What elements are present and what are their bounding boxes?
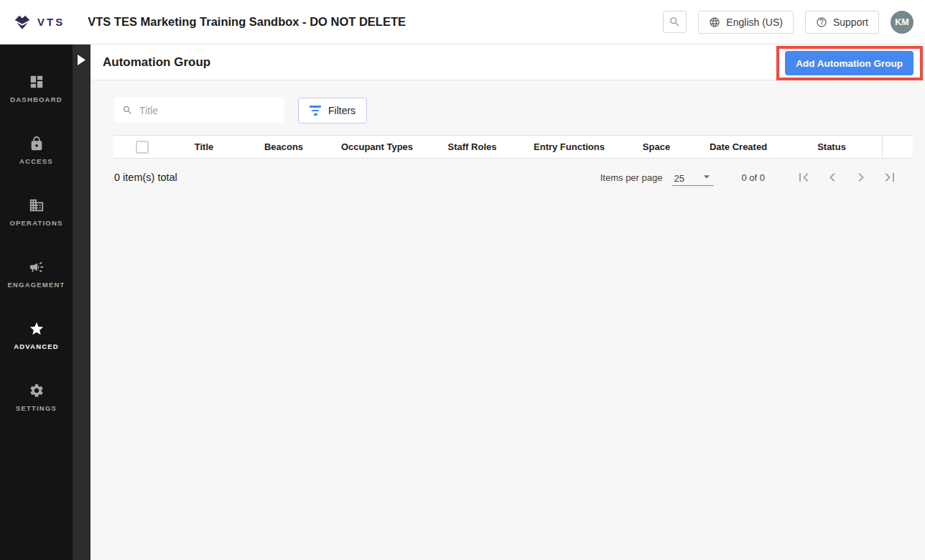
chevron-right-icon: [852, 169, 870, 186]
sidebar-item-advanced[interactable]: ADVANCED: [0, 304, 73, 366]
sidebar-item-label: DASHBOARD: [10, 95, 62, 103]
last-page-icon: [881, 169, 898, 186]
column-header-entry-functions[interactable]: Entry Functions: [521, 136, 618, 158]
user-avatar[interactable]: KM: [891, 11, 914, 34]
add-automation-group-button[interactable]: Add Automation Group: [785, 51, 914, 75]
first-page-button[interactable]: [795, 169, 812, 186]
chevron-down-icon: [699, 169, 714, 184]
sidebar-item-label: SETTINGS: [16, 404, 57, 412]
filter-toolbar: Filters: [114, 98, 902, 123]
page-header: Automation Group Add Automation Group: [90, 45, 925, 80]
items-per-page-label: Items per page: [600, 172, 663, 183]
global-search-button[interactable]: [663, 11, 687, 33]
search-icon: [669, 16, 681, 28]
topbar: VTS VTS TES Marketing Training Sandbox -…: [0, 0, 925, 45]
table-header-row: Title Beacons Occupant Types Staff Roles…: [113, 135, 913, 159]
building-icon: [29, 197, 45, 213]
support-button[interactable]: Support: [805, 11, 879, 34]
language-label: English (US): [726, 17, 783, 28]
column-header-space[interactable]: Space: [618, 136, 695, 158]
page-range-label: 0 of 0: [741, 172, 765, 183]
title-search-input[interactable]: [139, 105, 276, 116]
table-header-checkbox-cell: [113, 136, 171, 158]
column-header-beacons[interactable]: Beacons: [237, 136, 330, 158]
pagination: Items per page 25 0 of 0: [600, 169, 898, 186]
vts-logo-icon: [13, 13, 32, 32]
column-header-staff-roles[interactable]: Staff Roles: [424, 136, 521, 158]
sidebar-item-label: ENGAGEMENT: [7, 281, 65, 289]
gear-icon: [29, 383, 45, 398]
table-footer: 0 item(s) total Items per page 25 0 of 0: [114, 159, 898, 196]
dashboard-icon: [29, 74, 45, 90]
next-page-button[interactable]: [852, 169, 870, 186]
sidebar-item-operations[interactable]: OPERATIONS: [0, 181, 73, 243]
filter-funnel-icon: [310, 106, 321, 116]
vts-logo[interactable]: VTS: [13, 13, 65, 32]
topbar-actions: English (US) Support KM: [663, 11, 914, 34]
column-header-status[interactable]: Status: [781, 136, 882, 158]
sidebar-item-dashboard[interactable]: DASHBOARD: [0, 57, 73, 119]
filters-label: Filters: [328, 105, 355, 116]
sidebar-item-label: OPERATIONS: [9, 219, 62, 227]
sidebar-item-label: ADVANCED: [14, 342, 59, 350]
vts-logo-text: VTS: [37, 16, 65, 28]
globe-icon: [709, 17, 720, 28]
sidebar: DASHBOARD ACCESS OPERATIONS ENGAGEMENT A…: [0, 45, 73, 560]
title-search-box: [114, 98, 284, 123]
first-page-icon: [795, 169, 812, 186]
page-size-select[interactable]: 25: [672, 169, 714, 186]
expand-sidebar-button[interactable]: [73, 50, 90, 69]
annotation-highlight-box: Add Automation Group: [776, 46, 923, 80]
workspace-title: VTS TES Marketing Training Sandbox - DO …: [88, 15, 406, 29]
search-icon: [122, 104, 133, 116]
chevron-left-icon: [824, 169, 841, 186]
previous-page-button[interactable]: [824, 169, 841, 186]
help-icon: [816, 17, 827, 28]
sidebar-item-label: ACCESS: [19, 157, 53, 165]
page-size-value: 25: [674, 173, 684, 184]
column-header-actions: [882, 136, 913, 158]
column-header-title[interactable]: Title: [171, 136, 237, 158]
filters-button[interactable]: Filters: [298, 98, 367, 123]
sidebar-item-settings[interactable]: SETTINGS: [0, 366, 73, 428]
expand-arrow-icon: [78, 55, 85, 65]
sidebar-item-engagement[interactable]: ENGAGEMENT: [0, 243, 73, 304]
megaphone-icon: [29, 259, 45, 275]
page-title: Automation Group: [103, 55, 210, 70]
main-content: Automation Group Add Automation Group Fi…: [90, 45, 925, 560]
pagination-controls: [795, 169, 898, 186]
select-all-checkbox[interactable]: [136, 141, 149, 154]
sidebar-subnav-strip: [73, 45, 90, 560]
items-total-label: 0 item(s) total: [114, 172, 177, 183]
lock-icon: [29, 136, 45, 151]
sidebar-item-access[interactable]: ACCESS: [0, 119, 73, 181]
last-page-button[interactable]: [881, 169, 898, 186]
support-label: Support: [833, 17, 868, 28]
column-header-occupant-types[interactable]: Occupant Types: [330, 136, 424, 158]
column-header-date-created[interactable]: Date Created: [695, 136, 781, 158]
star-icon: [29, 321, 45, 337]
language-selector[interactable]: English (US): [698, 11, 794, 34]
